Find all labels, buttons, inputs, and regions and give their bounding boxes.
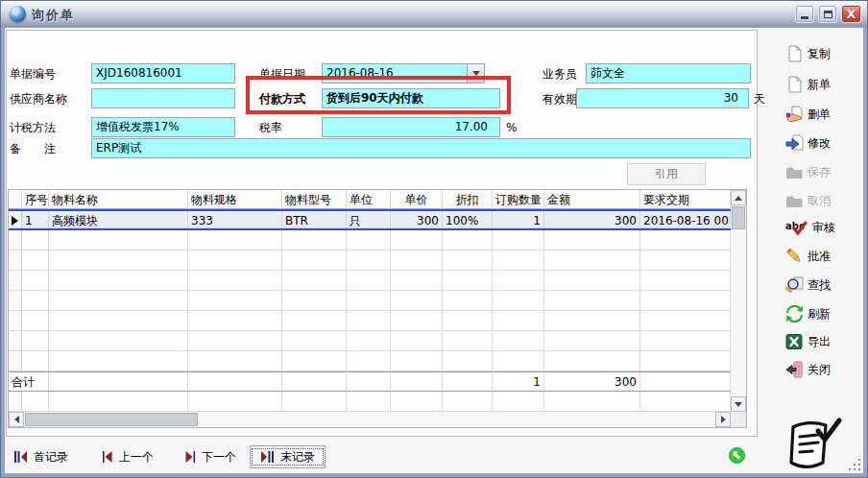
grid-cell[interactable] xyxy=(640,351,731,371)
empty-row[interactable] xyxy=(9,271,731,291)
grid-cell[interactable] xyxy=(391,230,443,251)
minimize-button[interactable] xyxy=(795,5,814,23)
grid-cell[interactable] xyxy=(443,251,493,271)
grid-cell[interactable] xyxy=(493,311,544,331)
doc-date-dropdown-button[interactable] xyxy=(467,64,484,83)
grid-column-header[interactable]: 序号 xyxy=(22,190,49,209)
nav-first-record[interactable]: 首记录 xyxy=(13,445,68,468)
grid-cell[interactable]: BTR xyxy=(282,211,347,228)
grid-cell[interactable] xyxy=(391,271,443,291)
empty-row[interactable] xyxy=(9,331,731,351)
grid-cell[interactable] xyxy=(391,291,443,311)
grid-cell[interactable] xyxy=(443,351,493,371)
grid-cell[interactable] xyxy=(49,230,188,251)
action-copy-doc[interactable]: 复制 xyxy=(785,43,831,64)
grid-cell[interactable] xyxy=(544,331,640,351)
grid-cell[interactable] xyxy=(443,311,493,331)
titlebar[interactable]: 询价单 X xyxy=(1,1,867,27)
grid-cell[interactable] xyxy=(443,331,493,351)
grid-cell[interactable] xyxy=(391,331,443,351)
grid-cell[interactable] xyxy=(22,311,49,331)
grid-cell[interactable] xyxy=(188,230,282,251)
supplier-field[interactable] xyxy=(91,88,235,108)
grid-cell[interactable]: 300 xyxy=(544,211,640,228)
grid-cell[interactable] xyxy=(391,311,443,331)
grid-cell[interactable] xyxy=(49,291,188,311)
grid-cell[interactable] xyxy=(347,251,391,271)
grid-cell[interactable] xyxy=(22,351,49,371)
empty-row[interactable] xyxy=(9,251,731,271)
grid-cell[interactable] xyxy=(188,251,282,271)
scroll-up-button[interactable] xyxy=(731,190,746,205)
grid-cell[interactable] xyxy=(443,230,493,251)
scroll-left-button[interactable] xyxy=(9,412,24,427)
grid-cell[interactable]: 333 xyxy=(188,211,282,228)
grid-cell[interactable]: 1 xyxy=(493,211,544,228)
empty-row[interactable] xyxy=(9,291,731,311)
action-delete-doc[interactable]: 删单 xyxy=(785,104,831,125)
grid-cell[interactable] xyxy=(22,230,49,251)
grid-cell[interactable] xyxy=(544,311,640,331)
grid-cell[interactable]: 高频模块 xyxy=(49,211,188,228)
salesman-field[interactable]: 茆文全 xyxy=(586,63,751,84)
close-button[interactable]: X xyxy=(841,5,861,23)
doc-date-dropdown[interactable]: 2016-08-16 xyxy=(322,63,485,84)
grid-cell[interactable] xyxy=(49,331,188,351)
empty-row[interactable] xyxy=(9,311,731,331)
grid-column-header[interactable]: 金额 xyxy=(544,190,640,209)
grid-cell[interactable] xyxy=(640,331,731,351)
grid-cell[interactable] xyxy=(544,251,640,271)
table-row[interactable]: 1高频模块333BTR只300100%13002016-08-16 00: xyxy=(9,209,731,230)
grid-column-header[interactable]: 订购数量 xyxy=(493,190,544,209)
action-find-magnifier[interactable]: 查找 xyxy=(785,275,831,296)
grid-cell[interactable] xyxy=(188,331,282,351)
grid-cell[interactable] xyxy=(347,331,391,351)
tax-rate-field[interactable]: 17.00 xyxy=(322,117,500,137)
grid-cell[interactable] xyxy=(22,291,49,311)
grid-cell[interactable] xyxy=(347,291,391,311)
grid-cell[interactable] xyxy=(391,251,443,271)
scroll-down-button[interactable] xyxy=(731,396,746,412)
grid-cell[interactable] xyxy=(188,311,282,331)
validity-field[interactable]: 30 xyxy=(576,88,749,108)
grid-cell[interactable] xyxy=(544,291,640,311)
grid-cell[interactable]: 2016-08-16 00: xyxy=(640,211,731,228)
scroll-right-button[interactable] xyxy=(715,412,731,427)
action-modify-doc[interactable]: 修改 xyxy=(785,132,831,154)
grid-cell[interactable] xyxy=(282,230,347,251)
grid-column-header[interactable]: 物料规格 xyxy=(188,190,282,209)
grid-cell[interactable] xyxy=(22,271,49,291)
grid-column-header[interactable]: 单价 xyxy=(391,190,443,209)
grid-cell[interactable] xyxy=(282,291,347,311)
grid-cell[interactable] xyxy=(347,351,391,371)
grid-cell[interactable] xyxy=(544,230,640,251)
grid-cell[interactable] xyxy=(544,351,640,371)
grid-cell[interactable] xyxy=(347,230,391,251)
grid-cell[interactable] xyxy=(493,331,544,351)
grid-cell[interactable] xyxy=(443,291,493,311)
grid-cell[interactable]: 1 xyxy=(22,211,49,228)
grid-cell[interactable] xyxy=(282,251,347,271)
grid-column-header[interactable]: 物料名称 xyxy=(49,190,188,209)
resize-grip[interactable] xyxy=(849,459,862,472)
grid-cell[interactable] xyxy=(282,351,347,371)
grid-cell[interactable] xyxy=(493,291,544,311)
horizontal-scroll-thumb[interactable] xyxy=(25,413,198,426)
grid-cell[interactable] xyxy=(347,311,391,331)
grid-cell[interactable] xyxy=(188,271,282,291)
action-refresh[interactable]: 刷新 xyxy=(785,303,831,324)
empty-row[interactable] xyxy=(9,351,731,371)
grid-cell[interactable] xyxy=(391,351,443,371)
quote-button[interactable]: 引用 xyxy=(627,163,706,185)
action-audit-abc[interactable]: abc审核 xyxy=(785,217,835,238)
action-approve-pencil[interactable]: 批准 xyxy=(785,246,831,267)
remark-field[interactable]: ERP测试 xyxy=(91,138,751,158)
grid-cell[interactable]: 300 xyxy=(391,211,443,228)
grid-cell[interactable] xyxy=(640,230,731,251)
action-close-door[interactable]: 关闭 xyxy=(785,359,831,380)
grid-cell[interactable] xyxy=(49,351,188,371)
grid-cell[interactable] xyxy=(640,271,731,291)
doc-no-field[interactable]: XJD160816001 xyxy=(91,63,235,84)
grid-cell[interactable] xyxy=(282,311,347,331)
grid-cell[interactable]: 100% xyxy=(443,211,493,228)
